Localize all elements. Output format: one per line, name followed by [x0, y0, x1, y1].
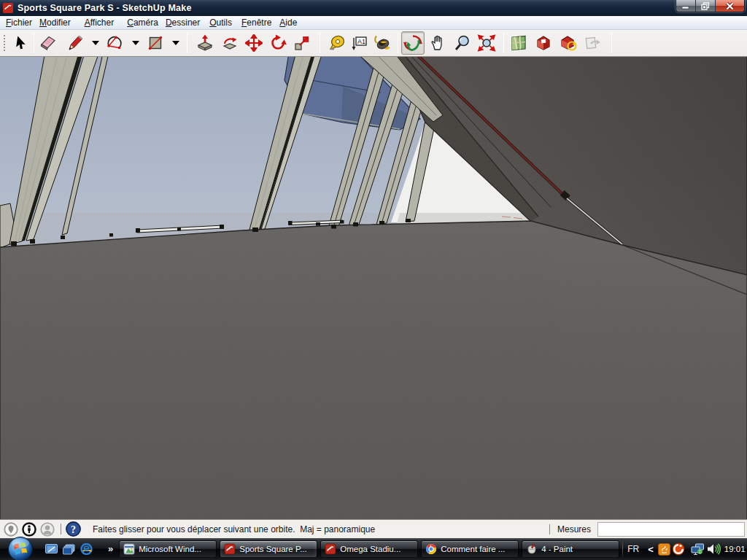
- task-button-omega-stadium[interactable]: Omega Stadiu...: [320, 540, 418, 558]
- switch-windows-icon[interactable]: [63, 544, 75, 555]
- sign-in-user-icon[interactable]: [40, 522, 55, 537]
- window-title: Sports Square Park S - SketchUp Make: [18, 3, 192, 13]
- rotate-icon: [269, 34, 287, 52]
- sketchup-app-icon: [3, 3, 13, 13]
- toolbar-grip[interactable]: [2, 34, 7, 52]
- tape-measure-tool-button[interactable]: [326, 31, 349, 55]
- language-indicator[interactable]: FR: [627, 544, 639, 554]
- rectangle-tool-button[interactable]: [144, 31, 167, 55]
- tray-separator: [622, 541, 623, 557]
- updater-icon[interactable]: [672, 542, 685, 556]
- window-controls: [676, 0, 745, 12]
- quicklaunch-overflow-chevron[interactable]: »: [108, 543, 113, 554]
- line-tool-button[interactable]: [63, 31, 87, 55]
- warehouse-icon: [535, 34, 552, 52]
- select-arrow-icon: [12, 35, 28, 51]
- toolbar-separator: [611, 33, 612, 53]
- warehouse-button[interactable]: [532, 31, 555, 55]
- dropdown-arrow-icon: [132, 41, 139, 45]
- show-desktop-icon[interactable]: [45, 544, 58, 555]
- menu-aide[interactable]: Aide: [279, 18, 297, 28]
- rectangle-icon: [147, 34, 164, 52]
- menu-dessiner[interactable]: Dessiner: [166, 18, 200, 28]
- menu-modifier[interactable]: Modifier: [39, 18, 71, 28]
- menu-camera[interactable]: Caméra: [127, 18, 158, 28]
- restore-button[interactable]: [696, 0, 716, 12]
- zoom-tool-button[interactable]: [451, 31, 474, 55]
- menu-afficher[interactable]: Afficher: [85, 18, 114, 28]
- select-tool-button[interactable]: [8, 31, 31, 55]
- statusbar-separator: [61, 524, 61, 534]
- internet-explorer-icon[interactable]: [80, 543, 93, 555]
- move-icon: [245, 34, 263, 52]
- model-viewport[interactable]: [0, 0, 747, 560]
- volume-icon[interactable]: [707, 543, 721, 555]
- arc-options-dropdown[interactable]: [130, 31, 142, 55]
- menu-fichier[interactable]: Fichier: [6, 18, 32, 28]
- minimize-button[interactable]: [676, 0, 696, 12]
- dropdown-arrow-icon: [172, 41, 179, 45]
- tape-measure-icon: [329, 34, 347, 52]
- eraser-icon: [39, 34, 57, 52]
- close-icon: [725, 2, 735, 10]
- extension-warehouse-button[interactable]: [557, 31, 580, 55]
- toolbar-separator: [34, 33, 34, 53]
- pushpull-tool-button[interactable]: [193, 31, 217, 55]
- windows-app-icon: [123, 543, 135, 555]
- text-tool-button[interactable]: A1: [347, 31, 371, 55]
- extension-warehouse-icon: [560, 34, 577, 52]
- line-options-dropdown[interactable]: [90, 31, 101, 55]
- add-location-button[interactable]: [507, 31, 530, 55]
- followme-tool-button[interactable]: [218, 31, 241, 55]
- credits-icon[interactable]: [22, 522, 36, 537]
- pushpull-icon: [196, 34, 214, 52]
- sketchup-icon: [224, 543, 236, 555]
- followme-icon: [221, 34, 239, 52]
- task-button-paint[interactable]: 4 - Paint: [522, 540, 619, 558]
- network-icon[interactable]: [691, 543, 705, 556]
- title-bar[interactable]: Sports Square Park S - SketchUp Make: [0, 0, 747, 16]
- task-button-chrome[interactable]: Comment faire ...: [421, 540, 519, 558]
- toolbar-separator: [187, 33, 187, 53]
- task-button-label: Sports Square P...: [239, 545, 306, 553]
- pan-hand-icon: [429, 34, 446, 52]
- toolbar-separator: [398, 33, 398, 53]
- measurements: Mesures: [549, 522, 747, 537]
- task-button-microsoft-windows[interactable]: Microsoft Wind...: [119, 540, 217, 558]
- rotate-tool-button[interactable]: [266, 31, 290, 55]
- task-button-sports-square-park[interactable]: Sports Square P...: [220, 540, 317, 558]
- toolbar-separator: [320, 33, 320, 53]
- system-tray: FR < 19:01: [622, 538, 747, 560]
- quick-launch: »: [45, 543, 119, 556]
- status-bar: ? Faites glisser pour vous déplacer suiv…: [0, 519, 747, 538]
- measurements-input[interactable]: [597, 522, 745, 537]
- zoom-extents-icon: [477, 34, 496, 52]
- taskbar: » Microsoft Wind... Sports Square P...: [0, 538, 747, 560]
- java-update-icon[interactable]: [658, 543, 670, 556]
- orbit-tool-button[interactable]: [401, 31, 425, 55]
- pencil-icon: [66, 34, 84, 52]
- help-icon[interactable]: ?: [66, 521, 81, 537]
- scale-tool-button[interactable]: [290, 31, 314, 55]
- share-model-button[interactable]: [581, 31, 604, 55]
- pan-tool-button[interactable]: [426, 31, 449, 55]
- task-button-label: 4 - Paint: [541, 545, 573, 553]
- menu-outils[interactable]: Outils: [209, 18, 232, 28]
- paint-bucket-tool-button[interactable]: [371, 31, 394, 55]
- tray-expand-chevron[interactable]: <: [648, 544, 654, 555]
- add-location-icon: [510, 34, 527, 52]
- shape-options-dropdown[interactable]: [170, 31, 182, 55]
- eraser-tool-button[interactable]: [36, 31, 60, 55]
- zoom-extents-tool-button[interactable]: [475, 31, 498, 55]
- arc-tool-button[interactable]: [104, 31, 127, 55]
- status-message: Faites glisser pour vous déplacer suivan…: [93, 524, 375, 534]
- clock[interactable]: 19:01: [724, 545, 746, 553]
- text-icon: A1: [350, 34, 368, 52]
- move-tool-button[interactable]: [242, 31, 266, 55]
- sketchup-window: Sports Square Park S - SketchUp Make: [0, 0, 747, 560]
- geolocation-icon[interactable]: [4, 522, 18, 537]
- menu-fenetre[interactable]: Fenêtre: [241, 18, 271, 28]
- arc-icon: [107, 34, 124, 52]
- close-button[interactable]: [716, 0, 744, 12]
- start-button[interactable]: [7, 536, 34, 560]
